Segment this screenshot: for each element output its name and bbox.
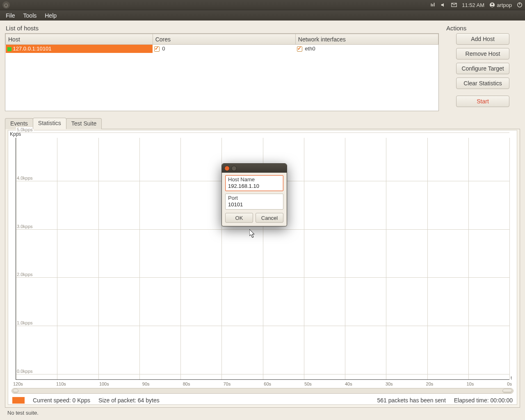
col-host[interactable]: Host bbox=[6, 34, 153, 45]
checkbox-icon[interactable] bbox=[154, 46, 160, 52]
table-row[interactable]: 127.0.0.1:10101 0 eth0 bbox=[6, 45, 438, 53]
hostname-value[interactable]: 192.168.1.10 bbox=[228, 183, 281, 189]
menu-bar: File Tools Help bbox=[0, 10, 525, 21]
legend-swatch bbox=[12, 397, 25, 404]
svg-point-1 bbox=[491, 3, 493, 5]
configure-target-button[interactable]: Configure Target bbox=[456, 63, 509, 74]
status-bar: No test suite. bbox=[5, 408, 520, 418]
chart-x-axis: 120s110s100s90s80s70s60s50s40s30s20s10s0… bbox=[8, 381, 517, 387]
ok-button[interactable]: OK bbox=[225, 213, 253, 223]
hosts-title: List of hosts bbox=[5, 25, 439, 32]
add-host-dialog: Host Name 192.168.1.10 Port 10101 OK Can… bbox=[221, 163, 287, 226]
network-icon[interactable] bbox=[430, 2, 436, 8]
actions-title: Actions bbox=[445, 25, 520, 32]
menu-file[interactable]: File bbox=[2, 11, 18, 20]
elapsed-label: Elapsed time: 00:00:00 bbox=[454, 397, 513, 404]
dialog-titlebar[interactable] bbox=[222, 164, 287, 173]
start-button[interactable]: Start bbox=[456, 96, 509, 107]
mail-icon[interactable] bbox=[451, 2, 457, 8]
system-top-bar: ◌ 11:52 AM artpop bbox=[0, 0, 525, 10]
remove-host-button[interactable]: Remove Host bbox=[456, 48, 509, 59]
chart-scrollbar[interactable] bbox=[11, 388, 514, 394]
speed-label: Current speed: 0 Kpps bbox=[33, 397, 90, 404]
scroll-thumb-left[interactable] bbox=[13, 389, 18, 393]
power-icon[interactable] bbox=[517, 2, 523, 8]
add-host-button[interactable]: Add Host bbox=[456, 33, 509, 45]
menu-tools[interactable]: Tools bbox=[20, 11, 40, 20]
minimize-icon[interactable] bbox=[231, 166, 237, 171]
status-dot-icon bbox=[7, 47, 11, 51]
scroll-thumb-right[interactable] bbox=[502, 389, 512, 393]
tab-strip: Events Statistics Test Suite bbox=[5, 118, 520, 129]
user-menu[interactable]: artpop bbox=[489, 2, 512, 8]
port-field[interactable]: Port 10101 bbox=[225, 194, 283, 210]
hosts-table[interactable]: Host Cores Network interfaces 127.0.0.1:… bbox=[5, 33, 439, 111]
clear-statistics-button[interactable]: Clear Statistics bbox=[456, 78, 509, 89]
clock[interactable]: 11:52 AM bbox=[462, 2, 484, 8]
ubuntu-logo-icon[interactable]: ◌ bbox=[2, 1, 10, 9]
port-label: Port bbox=[228, 195, 281, 201]
system-tray: 11:52 AM artpop bbox=[430, 2, 523, 8]
close-icon[interactable] bbox=[224, 166, 230, 171]
nic-value: eth0 bbox=[305, 46, 315, 52]
col-nic[interactable]: Network interfaces bbox=[295, 34, 438, 45]
hostname-label: Host Name bbox=[228, 176, 281, 183]
menu-help[interactable]: Help bbox=[41, 11, 60, 20]
chart-footer: Current speed: 0 Kpps Size of packet: 64… bbox=[8, 395, 517, 404]
packet-label: Size of packet: 64 bytes bbox=[98, 397, 160, 404]
core-value: 0 bbox=[162, 46, 165, 52]
chart-x-label: t bbox=[511, 375, 512, 380]
port-value[interactable]: 10101 bbox=[228, 201, 281, 208]
volume-icon[interactable] bbox=[441, 2, 446, 8]
sent-label: 561 packets has been sent bbox=[377, 397, 445, 404]
col-cores[interactable]: Cores bbox=[153, 34, 295, 45]
tab-testsuite[interactable]: Test Suite bbox=[66, 118, 102, 129]
tab-statistics[interactable]: Statistics bbox=[33, 118, 66, 129]
checkbox-icon[interactable] bbox=[297, 46, 302, 52]
host-value: 127.0.0.1:10101 bbox=[13, 46, 52, 52]
cancel-button[interactable]: Cancel bbox=[256, 213, 283, 223]
hostname-field[interactable]: Host Name 192.168.1.10 bbox=[225, 175, 283, 191]
